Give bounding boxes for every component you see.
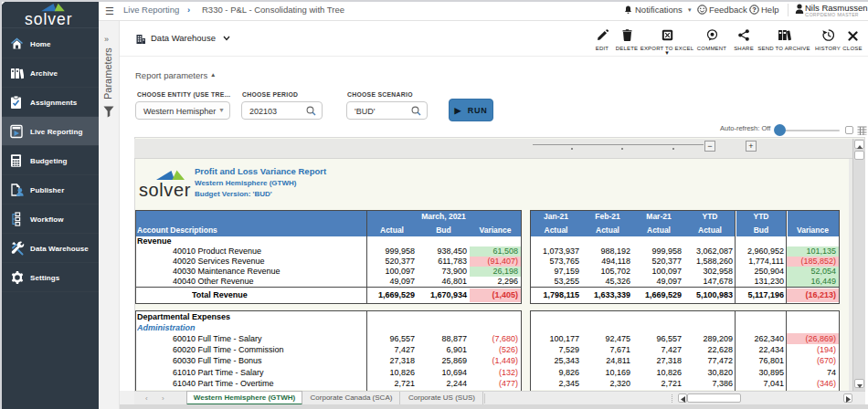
svg-text:?: ? <box>752 5 757 14</box>
